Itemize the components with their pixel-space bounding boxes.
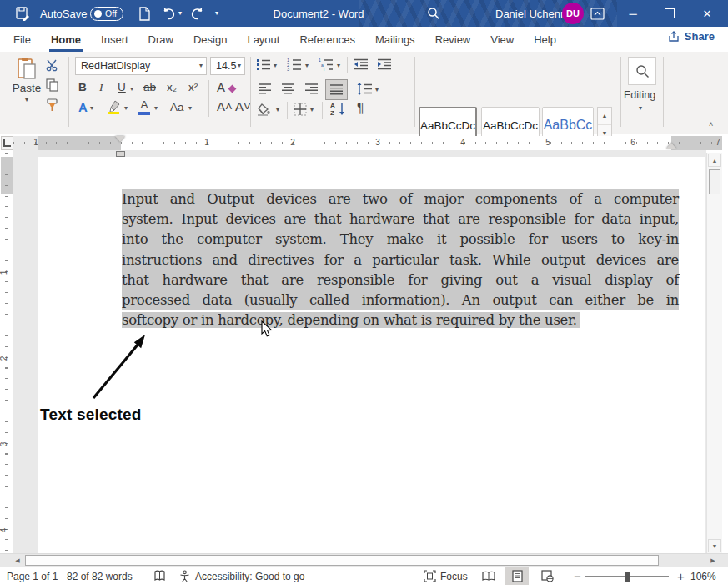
document-line[interactable]: softcopy or in hardcopy, depending on wh… [122,310,679,330]
tab-layout[interactable]: Layout [237,27,289,52]
autosave-toggle[interactable]: Off [90,0,123,27]
horizontal-scrollbar[interactable]: ◀ ▶ [0,553,728,567]
tab-draw[interactable]: Draw [138,27,183,52]
document-page[interactable]: InputandOutputdevicesaretwoofmajorcompon… [38,157,705,553]
tab-view[interactable]: View [480,27,524,52]
borders-button[interactable] [294,103,307,116]
subscript-button[interactable]: x₂ [167,82,177,93]
page-indicator[interactable]: Page 1 of 1 [7,567,58,585]
tab-mailings[interactable]: Mailings [365,27,425,52]
paste-button[interactable]: Paste ▾ [10,55,43,115]
tab-home[interactable]: Home [41,27,91,52]
scroll-up-icon[interactable]: ▲ [708,154,721,167]
font-color-button[interactable]: A [138,99,150,115]
bullets-button[interactable] [257,58,271,70]
borders-dropdown-icon[interactable]: ▾ [310,107,314,113]
document-line[interactable]: thathardwarethatareresponsibleforgivingo… [122,270,679,290]
styles-scroll-up-icon[interactable]: ▲ [598,108,611,125]
tab-design[interactable]: Design [183,27,237,52]
superscript-button[interactable]: x² [188,82,198,93]
zoom-out-button[interactable]: − [574,567,581,585]
sort-button[interactable]: AZ [330,101,347,116]
undo-button[interactable] [161,0,176,27]
new-document-icon[interactable] [138,0,151,27]
zoom-slider[interactable] [585,567,669,585]
tab-file[interactable]: File [3,27,41,52]
maximize-button[interactable] [651,0,688,27]
show-paragraph-marks-button[interactable]: ¶ [357,102,364,115]
align-center-button[interactable] [282,83,295,94]
align-left-button[interactable] [259,83,272,94]
format-painter-button[interactable] [46,98,59,112]
share-button[interactable]: Share [668,30,715,43]
zoom-percentage[interactable]: 106% [690,567,716,585]
editing-button[interactable] [628,57,656,85]
document-line[interactable]: InputandOutputdevicesaretwoofmajorcompon… [122,189,679,209]
underline-button[interactable]: U [118,82,126,93]
font-name-combobox[interactable]: RedHatDisplay▾ [75,57,207,75]
right-indent-marker[interactable] [666,143,676,149]
justify-button[interactable] [325,79,348,100]
font-color-dropdown-icon[interactable]: ▾ [154,105,158,112]
strikethrough-button[interactable]: ab [143,82,156,93]
font-size-combobox[interactable]: 14.5▾ [210,57,245,75]
vertical-scroll-thumb[interactable] [709,169,720,194]
quick-access-more-icon[interactable]: ▾ [215,0,218,27]
scroll-right-icon[interactable]: ▶ [707,555,719,566]
word-count[interactable]: 82 of 82 words [67,567,133,585]
tab-help[interactable]: Help [524,27,566,52]
document-line[interactable]: instructionsanddirectivesforaparticulart… [122,250,679,270]
user-name[interactable]: Daniel Uchenna [495,0,573,27]
decrease-indent-button[interactable] [354,58,369,70]
search-icon[interactable] [427,0,440,27]
change-case-dropdown-icon[interactable]: ▾ [188,105,192,112]
shading-button[interactable] [257,103,273,116]
zoom-slider-handle[interactable] [625,572,630,582]
highlight-dropdown-icon[interactable]: ▾ [124,105,128,112]
web-layout-icon[interactable] [535,567,559,585]
redo-button[interactable] [190,0,205,27]
align-right-button[interactable] [305,83,319,94]
grow-font-button[interactable]: A˄ [217,100,233,113]
print-layout-icon[interactable] [505,567,529,585]
horizontal-scroll-thumb[interactable] [25,555,659,566]
collapse-ribbon-icon[interactable]: ˄ [709,120,713,129]
tab-selector-button[interactable] [1,136,13,150]
tab-insert[interactable]: Insert [91,27,138,52]
numbering-button[interactable]: 123 [287,58,302,71]
accessibility-status[interactable]: Accessibility: Good to go [178,567,304,585]
vertical-scrollbar[interactable]: ▲ ▼ [706,153,722,553]
undo-dropdown-icon[interactable]: ▾ [178,0,182,27]
bold-button[interactable]: B [78,82,87,93]
multilevel-list-button[interactable]: 1ai [319,58,334,71]
line-spacing-dropdown-icon[interactable]: ▾ [375,87,379,93]
text-effects-button[interactable]: A [78,100,88,114]
line-spacing-button[interactable] [357,83,373,95]
close-button[interactable]: ✕ [689,0,725,27]
scroll-left-icon[interactable]: ◀ [12,555,23,566]
shrink-font-button[interactable]: A˅ [235,100,251,113]
horizontal-ruler[interactable]: 11234567 [13,136,722,150]
focus-button[interactable]: Focus [424,567,468,585]
highlight-color-button[interactable] [107,100,121,114]
bullets-dropdown-icon[interactable]: ▾ [274,63,277,69]
document-line[interactable]: processeddata(usuallycalledinformation).… [122,290,679,310]
numbering-dropdown-icon[interactable]: ▾ [305,63,309,69]
document-line[interactable]: intothecomputersystem.Theymakeitpossible… [122,229,679,250]
underline-dropdown-icon[interactable]: ▾ [130,86,133,93]
italic-button[interactable]: I [99,82,103,93]
proofing-icon[interactable] [153,567,166,585]
save-icon[interactable] [15,0,30,27]
multilevel-dropdown-icon[interactable]: ▾ [337,63,340,69]
editing-dropdown-icon[interactable]: ▾ [639,105,642,112]
document-line[interactable]: system.Inputdevicesarethathardwarethatar… [122,209,679,229]
avatar[interactable]: DU [562,0,584,27]
change-case-button[interactable]: Aa [170,102,184,113]
increase-indent-button[interactable] [377,58,392,70]
scroll-down-icon[interactable]: ▼ [708,539,721,552]
left-indent-marker[interactable] [116,151,125,157]
tab-review[interactable]: Review [425,27,481,52]
text-effects-dropdown-icon[interactable]: ▾ [90,105,93,112]
first-line-indent-marker[interactable] [115,136,125,142]
copy-button[interactable] [46,78,58,92]
